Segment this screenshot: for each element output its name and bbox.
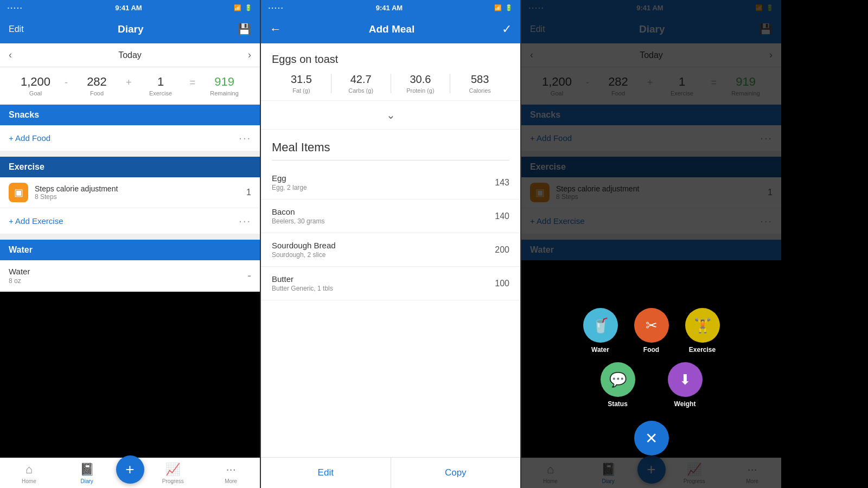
bread-name: Sourdough Bread [272, 241, 336, 250]
exercise-fab-button[interactable]: 🏋 [685, 308, 720, 343]
egg-info: Egg Egg, 2 large [272, 174, 307, 191]
add-food-button[interactable]: + Add Food [9, 133, 50, 143]
fab-button[interactable]: + [116, 455, 144, 484]
edit-button[interactable]: Edit [9, 24, 24, 34]
progress-icon: 📈 [165, 463, 180, 477]
tab-more[interactable]: ··· More [202, 463, 260, 484]
status-fab-label: Status [608, 400, 628, 408]
copy-button[interactable]: Copy [391, 458, 521, 488]
add-exercise-row[interactable]: + Add Exercise ··· [0, 208, 260, 234]
bread-info: Sourdough Bread Sourdough, 2 slice [272, 241, 336, 259]
tab-home[interactable]: ⌂ Home [0, 463, 58, 484]
back-button[interactable]: ← [270, 22, 282, 36]
bacon-sub: Beelers, 30 grams [272, 217, 324, 225]
steps-row[interactable]: ▣ Steps calorie adjustment 8 Steps 1 [0, 177, 260, 208]
bread-sub: Sourdough, 2 slice [272, 251, 336, 259]
weight-fab-button[interactable]: ⬇ [668, 362, 703, 397]
water-fab-button[interactable]: 🥤 [583, 308, 618, 343]
fab-water-item[interactable]: 🥤 Water [583, 308, 618, 354]
bread-cal: 200 [495, 245, 509, 255]
next-date-button[interactable]: › [248, 49, 251, 61]
egg-sub: Egg, 2 large [272, 184, 307, 191]
add-meal-nav: ← Add Meal ✓ [261, 15, 520, 43]
butter-info: Butter Butter Generic, 1 tbls [272, 274, 333, 292]
calories-macro: 583 Calories [450, 73, 509, 94]
steps-icon: ▣ [9, 183, 28, 202]
diary-icon: 📓 [80, 463, 94, 477]
water-item-sub: 8 oz [9, 277, 30, 285]
water-item-row[interactable]: Water 8 oz - [0, 260, 260, 292]
goal-label: Goal [9, 90, 62, 97]
chevron-row[interactable]: ⌄ [261, 101, 520, 130]
butter-name: Butter [272, 274, 333, 284]
fab-food-item[interactable]: ✂ Food [634, 308, 669, 354]
status-fab-button[interactable]: 💬 [601, 362, 635, 397]
meal-item-egg[interactable]: Egg Egg, 2 large 143 [261, 166, 520, 200]
water-fab-label: Water [591, 346, 609, 354]
diary-label: Diary [80, 478, 93, 484]
confirm-button[interactable]: ✓ [502, 22, 512, 36]
chevron-down-icon[interactable]: ⌄ [386, 108, 395, 121]
save-icon[interactable]: 💾 [238, 23, 251, 36]
tab-diary[interactable]: 📓 Diary [58, 463, 116, 484]
battery-icon: 🔋 [245, 4, 252, 11]
macro-row: 31.5 Fat (g) 42.7 Carbs (g) 30.6 Protein… [272, 73, 509, 94]
progress-label: Progress [162, 478, 184, 484]
calories-label: Calories [450, 87, 509, 94]
home-icon: ⌂ [25, 463, 33, 477]
steps-info: Steps calorie adjustment 8 Steps [35, 184, 240, 201]
bacon-cal: 140 [495, 211, 509, 221]
calories-value: 583 [450, 73, 509, 86]
mid-status-bar: ••••• 9:41 AM 📶 🔋 [261, 0, 520, 15]
home-label: Home [22, 478, 36, 484]
section-spacer-1 [0, 151, 260, 157]
add-meal-title: Add Meal [369, 23, 414, 35]
diary-title: Diary [118, 23, 144, 35]
steps-sub: 8 Steps [35, 193, 240, 201]
wifi-icon: 📶 [234, 4, 241, 11]
meal-header: Eggs on toast 31.5 Fat (g) 42.7 Carbs (g… [261, 43, 520, 101]
calorie-bar: 1,200 Goal - 282 Food + 1 Exercise = 919… [0, 67, 260, 105]
fab-exercise-item[interactable]: 🏋 Exercise [685, 308, 720, 354]
carbs-label: Carbs (g) [331, 87, 391, 94]
meal-item-bacon[interactable]: Bacon Beelers, 30 grams 140 [261, 200, 520, 233]
status-icons: 📶 🔋 [234, 4, 252, 11]
prev-date-button[interactable]: ‹ [9, 49, 12, 61]
fab-close-button[interactable]: ✕ [634, 421, 669, 455]
bacon-name: Bacon [272, 207, 324, 216]
tab-progress[interactable]: 📈 Progress [144, 463, 202, 484]
weight-fab-label: Weight [674, 400, 696, 408]
remaining-label: Remaining [197, 90, 251, 97]
water-item-name: Water [9, 267, 30, 276]
food-more-button[interactable]: ··· [239, 132, 251, 144]
exercise-more-button[interactable]: ··· [239, 215, 251, 227]
add-food-row[interactable]: + Add Food ··· [0, 125, 260, 151]
meal-item-butter[interactable]: Butter Butter Generic, 1 tbls 100 [261, 267, 520, 300]
mid-signal-dots: ••••• [269, 5, 284, 10]
food-item: 282 Food [70, 75, 124, 97]
minus-op: - [62, 75, 70, 88]
fab-weight-item[interactable]: ⬇ Weight [668, 362, 703, 408]
bottom-buttons: Edit Copy [261, 457, 520, 488]
water-section-header: Water [0, 240, 260, 260]
status-time: 9:41 AM [115, 4, 142, 12]
fab-status-item[interactable]: 💬 Status [601, 362, 635, 408]
butter-sub: Butter Generic, 1 tbls [272, 285, 333, 292]
exercise-title: Exercise [9, 162, 44, 171]
mid-status-icons: 📶 🔋 [494, 4, 513, 11]
food-label: Food [70, 90, 124, 97]
fat-value: 31.5 [272, 73, 331, 86]
food-fab-button[interactable]: ✂ [634, 308, 669, 343]
meal-items-list: Egg Egg, 2 large 143 Bacon Beelers, 30 g… [261, 166, 520, 457]
exercise-value: 1 [134, 75, 188, 89]
edit-button-bottom[interactable]: Edit [261, 458, 391, 488]
meal-item-bread[interactable]: Sourdough Bread Sourdough, 2 slice 200 [261, 233, 520, 267]
water-minus[interactable]: - [247, 269, 251, 282]
left-status-bar: ••••• 9:41 AM 📶 🔋 [0, 0, 260, 15]
add-exercise-button[interactable]: + Add Exercise [9, 216, 63, 226]
protein-macro: 30.6 Protein (g) [391, 73, 450, 94]
fab-bottom-row: 💬 Status ⬇ Weight [601, 362, 703, 408]
steps-name: Steps calorie adjustment [35, 184, 240, 193]
goal-value: 1,200 [9, 75, 62, 89]
left-panel: ••••• 9:41 AM 📶 🔋 Edit Diary 💾 ‹ Today ›… [0, 0, 260, 488]
